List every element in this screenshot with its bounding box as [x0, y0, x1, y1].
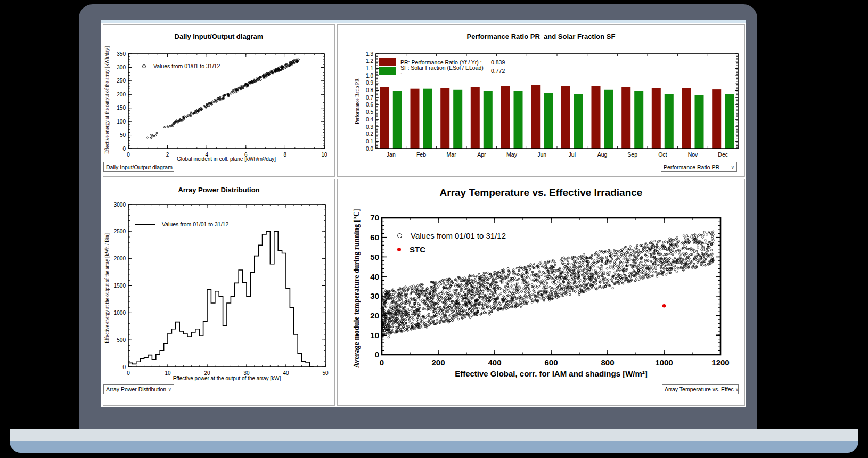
y-axis-label: Performance Ratio PR [355, 54, 360, 149]
chart-legend: Values from 01/01 to 31/12 [142, 62, 220, 70]
line-marker-icon [135, 224, 155, 225]
dropdown-value: Array Power Distribution [106, 386, 166, 392]
legend-label: STC [410, 245, 425, 254]
svg-text:0: 0 [380, 358, 384, 367]
svg-text:Jan: Jan [387, 151, 396, 158]
pr-swatch-icon [379, 58, 396, 66]
svg-text:40: 40 [370, 272, 379, 281]
legend-value: 0.839 [491, 59, 505, 66]
svg-text:20: 20 [370, 311, 379, 320]
dropdown-value: Performance Ratio PR [664, 164, 719, 170]
legend-value: 0.772 [491, 68, 505, 74]
svg-text:1000: 1000 [655, 358, 673, 367]
svg-text:Sep: Sep [627, 151, 637, 158]
svg-text:30: 30 [370, 291, 379, 300]
scatter-marker-icon [142, 64, 146, 68]
svg-text:70: 70 [370, 213, 379, 222]
svg-text:150: 150 [117, 105, 126, 111]
chart-legend: Values from 01/01 to 31/12 [135, 220, 228, 228]
svg-text:0.0: 0.0 [366, 146, 373, 152]
dropdown-value: Daily Input/Output diagram [106, 164, 173, 170]
svg-text:0.8: 0.8 [366, 87, 373, 93]
laptop-base-lip [10, 441, 858, 453]
svg-text:350: 350 [117, 51, 126, 57]
y-axis-label: Average module temperature during runnin… [353, 209, 361, 369]
svg-text:2500: 2500 [114, 228, 126, 234]
legend-label: Values from 01/01 to 31/12 [162, 221, 228, 227]
panel-pr-sf: Performance Ratio PR and Solar Fraction … [337, 24, 745, 177]
y-axis-label: Effective energy at the output of the ar… [104, 30, 110, 170]
svg-text:0.1: 0.1 [366, 138, 373, 144]
svg-text:1.2: 1.2 [366, 58, 373, 64]
panel-daily-io: Daily Input/Output diagram 0246810050100… [103, 24, 335, 177]
svg-text:0.6: 0.6 [366, 102, 373, 108]
legend-row-sf: SF: Solar Fraction (ESol / ELoad) : 0.77… [379, 67, 505, 75]
legend-row-values: Values from 01/01 to 31/12 [397, 228, 506, 242]
daily-io-chart: 0246810050100150200250300350 [103, 25, 334, 176]
legend-label: SF: Solar Fraction (ESol / ELoad) : [400, 64, 485, 77]
chevron-down-icon: ∨ [168, 387, 171, 392]
svg-text:0.4: 0.4 [366, 117, 373, 122]
svg-text:1.0: 1.0 [366, 73, 373, 79]
svg-text:300: 300 [117, 64, 126, 70]
svg-text:3000: 3000 [114, 202, 126, 208]
svg-text:1200: 1200 [711, 358, 729, 367]
svg-text:200: 200 [117, 92, 126, 97]
svg-text:0.2: 0.2 [366, 131, 373, 137]
svg-text:1500: 1500 [114, 283, 126, 289]
chevron-down-icon: ∨ [735, 387, 739, 392]
svg-text:0.5: 0.5 [366, 109, 373, 115]
svg-text:500: 500 [117, 337, 126, 343]
legend-label: Values from 01/01 to 31/12 [411, 231, 506, 240]
svg-text:Jul: Jul [569, 151, 576, 158]
svg-text:600: 600 [544, 358, 558, 367]
svg-text:Nov: Nov [688, 151, 698, 158]
legend-label: Values from 01/01 to 31/12 [153, 63, 220, 69]
chart-selector-dropdown[interactable]: Performance Ratio PR ∨ [661, 162, 737, 172]
chart-selector-dropdown[interactable]: Array Temperature vs. Effec ∨ [662, 384, 739, 394]
svg-text:Aug: Aug [597, 151, 608, 158]
scatter-marker-icon [397, 233, 402, 238]
laptop-base [10, 429, 858, 443]
svg-text:Mar: Mar [447, 151, 457, 158]
svg-text:2000: 2000 [114, 256, 126, 261]
dropdown-value: Array Temperature vs. Effec [665, 386, 734, 392]
svg-text:0.7: 0.7 [366, 95, 373, 101]
pr-sf-chart: JanFebMarAprMayJunJulAugSepOctNovDec0.00… [338, 25, 744, 176]
panel-power-distribution: Array Power Distribution 010203040500500… [103, 179, 335, 406]
svg-text:50: 50 [370, 252, 379, 261]
screen-top-strip [101, 20, 746, 23]
panel-temp-irradiance: Array Temperature vs. Effective Irradian… [337, 179, 745, 406]
stc-marker-icon [397, 248, 401, 251]
svg-text:0.9: 0.9 [366, 80, 373, 86]
svg-text:1.1: 1.1 [366, 66, 373, 71]
svg-text:Dec: Dec [718, 151, 728, 158]
svg-text:1.3: 1.3 [366, 51, 373, 57]
svg-text:200: 200 [431, 358, 445, 367]
svg-text:Jun: Jun [537, 151, 546, 158]
chart-legend: PR: Performance Ratio (Yf / Yr) : 0.839 … [379, 58, 505, 75]
chart-legend: Values from 01/01 to 31/12 STC [397, 228, 506, 256]
svg-text:0: 0 [375, 350, 379, 359]
x-axis-label: Effective Global, corr. for IAM and shad… [382, 369, 720, 378]
sf-swatch-icon [379, 67, 396, 75]
svg-text:0: 0 [122, 364, 126, 370]
svg-text:400: 400 [488, 358, 501, 367]
svg-text:Oct: Oct [658, 151, 667, 158]
svg-text:0.3: 0.3 [366, 124, 373, 130]
svg-text:50: 50 [120, 132, 126, 138]
power-distribution-chart: 01020304050050010001500200025003000 [103, 179, 334, 405]
chart-selector-dropdown[interactable]: Array Power Distribution ∨ [103, 384, 174, 394]
svg-text:100: 100 [117, 119, 126, 125]
x-axis-label: Effective power at the output of the arr… [128, 375, 325, 381]
x-axis-label: Global incident in coll. plane [kWh/m²/d… [128, 156, 324, 162]
svg-text:60: 60 [370, 233, 379, 242]
chart-selector-dropdown[interactable]: Daily Input/Output diagram ∨ [103, 162, 174, 172]
svg-text:Feb: Feb [416, 151, 426, 158]
svg-text:0: 0 [122, 146, 126, 152]
svg-text:800: 800 [601, 358, 614, 367]
svg-text:Apr: Apr [477, 151, 486, 158]
svg-text:May: May [506, 151, 518, 158]
svg-text:10: 10 [370, 331, 379, 340]
legend-row-stc: STC [397, 242, 506, 256]
